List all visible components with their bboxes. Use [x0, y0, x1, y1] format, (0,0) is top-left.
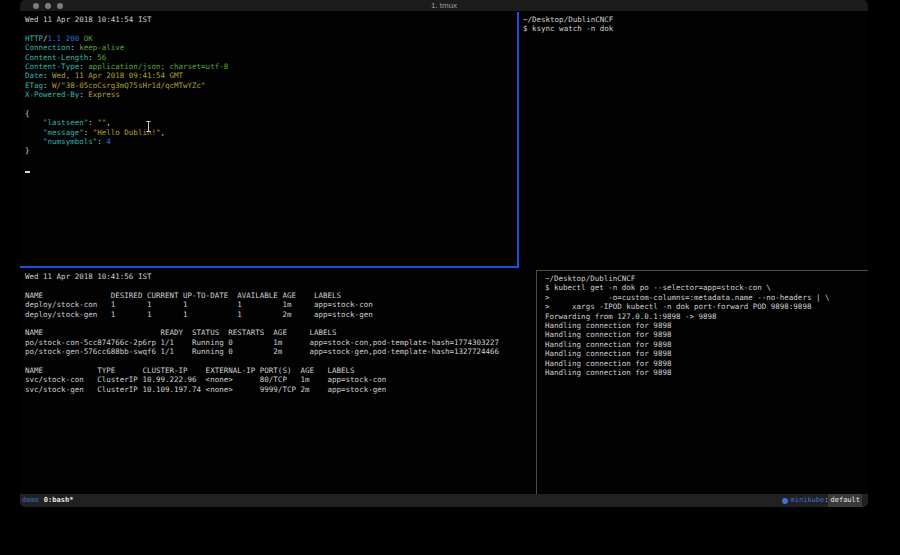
terminal-line: Wed 11 Apr 2018 10:41:54 IST — [25, 15, 517, 24]
pane-divider-vertical[interactable] — [536, 270, 537, 494]
terminal-line: Wed 11 Apr 2018 10:41:56 IST — [25, 272, 536, 281]
terminal-line: po/stock-gen-576cc688bb-swqf6 1/1 Runnin… — [25, 347, 536, 356]
kube-context: minikube — [791, 494, 825, 507]
terminal-line: HTTP/1.1 200 OK — [25, 34, 517, 43]
terminal-line: Handling connection for 9898 — [545, 359, 868, 368]
terminal-line: $ ksync watch -n dok — [523, 24, 868, 33]
terminal-line — [25, 24, 517, 33]
terminal-line: > xargs -IPOD kubectl -n dok port-forwar… — [545, 302, 868, 311]
text-cursor-icon — [146, 121, 151, 132]
terminal-line: ~/Desktop/DublinCNCF — [545, 274, 868, 283]
terminal-line: deploy/stock-con 1 1 1 1 1m app=stock-co… — [25, 300, 536, 309]
terminal-line: Handling connection for 9898 — [545, 330, 868, 339]
terminal-line: svc/stock-con ClusterIP 10.99.222.96 <no… — [25, 375, 536, 384]
terminal-line: NAME TYPE CLUSTER-IP EXTERNAL-IP PORT(S)… — [25, 366, 536, 375]
terminal-line: NAME READY STATUS RESTARTS AGE LABELS — [25, 328, 536, 337]
terminal-line: Handling connection for 9898 — [545, 321, 868, 330]
terminal-line: "lastseen": "", — [25, 118, 517, 127]
terminal-line: Date: Wed, 11 Apr 2018 09:41:54 GMT — [25, 71, 517, 80]
terminal-line: } — [25, 146, 517, 155]
terminal-line: "numsymbols": 4 — [25, 137, 517, 146]
terminal-line — [25, 100, 517, 109]
terminal-line: NAME DESIRED CURRENT UP-TO-DATE AVAILABL… — [25, 291, 536, 300]
terminal-line: ETag: W/"38-05coCsrg3mQ75sHr1d/qcMTwYZc" — [25, 81, 517, 90]
pane-kubectl-get[interactable]: Wed 11 Apr 2018 10:41:56 IST NAME DESIRE… — [20, 268, 536, 494]
terminal-line: Content-Length: 56 — [25, 53, 517, 62]
window-titlebar[interactable]: 1. tmux — [20, 0, 868, 12]
terminal-line: svc/stock-gen ClusterIP 10.109.197.74 <n… — [25, 385, 536, 394]
status-right: minikube : default — [782, 494, 862, 507]
terminal-line: $ kubectl get -n dok po --selector=app=s… — [545, 283, 868, 292]
kubernetes-icon — [782, 498, 788, 504]
terminal-line: Handling connection for 9898 — [545, 340, 868, 349]
desktop-background: 1. tmux Wed 11 Apr 2018 10:41:54 IST HTT… — [0, 0, 900, 555]
session-name: demo — [22, 494, 39, 507]
terminal-line: Content-Type: application/json; charset=… — [25, 62, 517, 71]
window-title: 1. tmux — [20, 0, 868, 12]
terminal-line: Forwarding from 127.0.0.1:9898 -> 9898 — [545, 312, 868, 321]
pane-http-response[interactable]: Wed 11 Apr 2018 10:41:54 IST HTTP/1.1 20… — [20, 12, 517, 266]
window-tab-bash[interactable]: 0:bash* — [44, 494, 74, 507]
terminal-line: "message": "Hello Dublin!", — [25, 128, 517, 137]
terminal-line — [25, 281, 536, 290]
terminal-line: Handling connection for 9898 — [545, 349, 868, 358]
terminal-line — [25, 165, 517, 174]
tmux-session: Wed 11 Apr 2018 10:41:54 IST HTTP/1.1 20… — [20, 12, 868, 494]
tmux-status-bar: demo 0:bash* minikube : default — [20, 494, 868, 507]
active-pane-border-vertical[interactable] — [517, 12, 519, 268]
terminal-line — [25, 156, 517, 165]
terminal-line: X-Powered-By: Express — [25, 90, 517, 99]
kube-namespace: default — [828, 494, 862, 507]
terminal-window: 1. tmux Wed 11 Apr 2018 10:41:54 IST HTT… — [20, 0, 868, 507]
terminal-line: ~/Desktop/DublinCNCF — [523, 15, 868, 24]
pane-divider-horizontal[interactable] — [537, 270, 868, 271]
active-pane-border-horizontal[interactable] — [20, 266, 519, 268]
terminal-line: Handling connection for 9898 — [545, 368, 868, 377]
pane-port-forward[interactable]: ~/Desktop/DublinCNCF$ kubectl get -n dok… — [538, 271, 868, 494]
status-left: demo 0:bash* — [22, 494, 73, 507]
pane-ksync[interactable]: ~/Desktop/DublinCNCF$ ksync watch -n dok — [520, 12, 868, 270]
terminal-line — [25, 357, 536, 366]
terminal-line: Connection: keep-alive — [25, 43, 517, 52]
terminal-line: po/stock-con-5cc874766c-2p6rp 1/1 Runnin… — [25, 338, 536, 347]
terminal-line — [25, 319, 536, 328]
terminal-line: > -o=custom-columns=:metadata.name --no-… — [545, 293, 868, 302]
terminal-line: { — [25, 109, 517, 118]
terminal-line: deploy/stock-gen 1 1 1 1 2m app=stock-ge… — [25, 310, 536, 319]
